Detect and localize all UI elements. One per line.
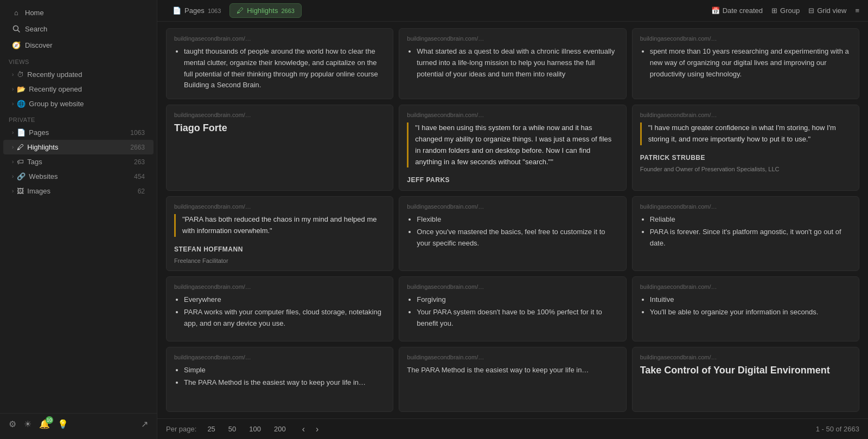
card-body: ReliablePARA is forever. Since it's plat… [640,214,851,250]
card-source: buildingasecondbrain.com/… [174,283,385,290]
sidebar-item-highlights[interactable]: › 🖊 Highlights 2663 [3,140,154,154]
recently-opened-label: Recently opened [29,85,82,93]
card-item[interactable]: buildingasecondbrain.com/…What started a… [399,28,626,99]
group-button[interactable]: ⊞ Group [771,7,800,15]
sidebar-bottom-icons: ⚙ ☀ 🔔 10 💡 [9,419,68,429]
sidebar-item-images[interactable]: › 🖼 Images 62 [3,184,154,198]
card-source: buildingasecondbrain.com/… [407,203,618,210]
card-source: buildingasecondbrain.com/… [407,35,618,42]
sidebar-item-home[interactable]: ⌂ Home [3,4,154,21]
chevron-tags: › [12,159,14,165]
card-item[interactable]: buildingasecondbrain.com/…IntuitiveYou'l… [632,276,859,341]
websites-count: 454 [134,173,145,180]
sidebar-bottom: ⚙ ☀ 🔔 10 💡 ↗ [0,413,157,435]
grid-view-button[interactable]: ⊟ Grid view [808,7,846,15]
card-source: buildingasecondbrain.com/… [174,112,385,118]
card-item[interactable]: buildingasecondbrain.com/…"I have much g… [632,105,859,191]
notifications-icon[interactable]: 🔔 10 [39,419,50,429]
card-item[interactable]: buildingasecondbrain.com/…"I have been u… [399,105,626,191]
card-quote: "I have much greater confidence in what … [640,122,851,145]
sidebar-item-search[interactable]: Search [3,21,154,37]
card-source: buildingasecondbrain.com/… [174,354,385,360]
highlights-grid: buildingasecondbrain.com/…taught thousan… [166,28,859,412]
page-size-50[interactable]: 50 [224,423,240,435]
notification-badge: 10 [46,416,53,424]
tab-highlights[interactable]: 🖊 Highlights 2663 [229,3,302,18]
grid-view-label: Grid view [817,7,846,15]
tags-icon: 🏷 [17,158,24,166]
group-icon: ⊞ [771,7,777,15]
bulb-icon[interactable]: 💡 [58,419,68,429]
next-page-button[interactable]: › [312,423,322,435]
grid-icon: ⊟ [808,7,814,15]
websites-label: Websites [29,172,58,180]
card-item[interactable]: buildingasecondbrain.com/…The PARA Metho… [399,347,626,412]
card-item[interactable]: buildingasecondbrain.com/…ForgivingYour … [399,276,626,341]
card-author: STEFAN HOFFMANN [174,246,385,253]
card-title: Take Control of Your Digital Environment [640,365,851,376]
images-label: Images [27,187,50,195]
card-item[interactable]: buildingasecondbrain.com/…spent more tha… [632,28,859,99]
card-item[interactable]: buildingasecondbrain.com/…"PARA has both… [166,196,393,271]
card-item[interactable]: buildingasecondbrain.com/…Tiago Forte [166,105,393,191]
card-item[interactable]: buildingasecondbrain.com/…Take Control o… [632,347,859,412]
card-item[interactable]: buildingasecondbrain.com/…EverywherePARA… [166,276,393,341]
card-source: buildingasecondbrain.com/… [407,354,618,360]
page-size-label: Per page: [166,425,196,433]
sidebar-item-recently-updated[interactable]: › ⏱ Recently updated [3,67,154,82]
card-body: IntuitiveYou'll be able to organize your… [640,294,851,319]
images-icon: 🖼 [17,187,24,195]
date-created-label: Date created [723,7,763,15]
card-quote: "I have been using this system for a whi… [407,122,618,167]
tab-pages-icon: 📄 [173,7,181,15]
private-section-label: Private [0,111,157,125]
tab-pages-count: 1063 [208,8,221,14]
sidebar-item-discover[interactable]: 🧭 Discover [3,37,154,53]
sidebar-item-pages[interactable]: › 📄 Pages 1063 [3,125,154,140]
discover-icon: 🧭 [12,41,21,49]
bottombar: Per page: 25 50 100 200 ‹ › 1 - 50 of 26… [157,418,868,439]
prev-page-button[interactable]: ‹ [299,423,308,435]
recently-updated-label: Recently updated [27,70,82,79]
sidebar-item-tags[interactable]: › 🏷 Tags 263 [3,154,154,169]
content-area: buildingasecondbrain.com/…taught thousan… [157,22,868,418]
sidebar-item-recently-opened[interactable]: › 📂 Recently opened [3,82,154,96]
tags-count: 263 [134,158,145,166]
card-body: FlexibleOnce you've mastered the basics,… [407,214,618,250]
tab-pages[interactable]: 📄 Pages 1063 [166,4,227,17]
date-created-button[interactable]: 📅 Date created [711,7,763,15]
card-item[interactable]: buildingasecondbrain.com/…SimpleThe PARA… [166,347,393,412]
settings-icon[interactable]: ⚙ [9,419,16,429]
card-author: JEFF PARKS [407,176,618,184]
recently-opened-icon: 📂 [17,85,25,93]
sidebar-item-group-by-website[interactable]: › 🌐 Group by website [3,96,154,111]
views-section-label: Views [0,53,157,67]
filter-button[interactable]: ≡ [855,7,859,15]
export-icon[interactable]: ↗ [141,419,148,429]
chevron-pages: › [12,130,14,135]
page-size-25[interactable]: 25 [203,423,219,435]
highlights-label: Highlights [27,143,58,151]
tab-highlights-count: 2663 [281,8,294,14]
card-role: Founder and Owner of Preservation Specia… [640,166,851,172]
card-quote: "PARA has both reduced the chaos in my m… [174,214,385,237]
pages-icon: 📄 [17,128,25,137]
page-size-100[interactable]: 100 [245,423,265,435]
sidebar-nav-discover-label: Discover [25,41,53,49]
sidebar-item-websites[interactable]: › 🔗 Websites 454 [3,169,154,184]
card-source: buildingasecondbrain.com/… [640,283,851,290]
card-item[interactable]: buildingasecondbrain.com/…ReliablePARA i… [632,196,859,271]
group-by-website-label: Group by website [29,100,84,108]
page-navigation: ‹ › [299,423,322,435]
theme-icon[interactable]: ☀ [24,419,31,429]
chevron-images: › [12,188,14,194]
page-size-200[interactable]: 200 [270,423,290,435]
sidebar-nav-home-label: Home [25,9,44,17]
recently-updated-icon: ⏱ [17,70,24,79]
card-item[interactable]: buildingasecondbrain.com/…FlexibleOnce y… [399,196,626,271]
card-item[interactable]: buildingasecondbrain.com/…taught thousan… [166,28,393,99]
svg-line-1 [18,30,20,33]
tags-label: Tags [27,158,42,166]
highlights-count: 2663 [130,144,145,151]
card-author: PATRICK STRUBBE [640,154,851,162]
